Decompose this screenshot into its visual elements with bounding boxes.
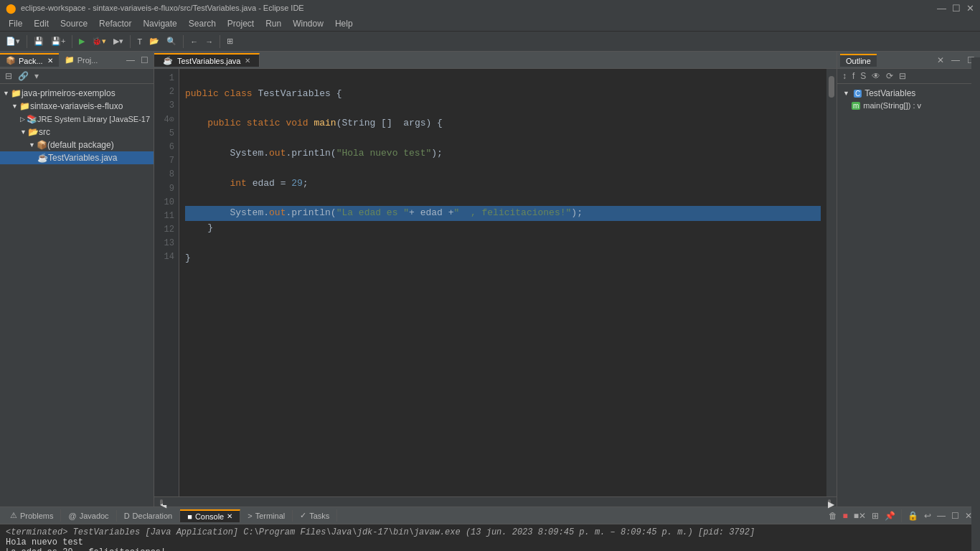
open-resource-button[interactable]: 📂 <box>146 35 162 47</box>
line-num-5: 5 <box>159 127 174 141</box>
close-editor-tab[interactable]: ✕ <box>245 57 250 65</box>
view-menu-button[interactable]: ▾ <box>32 70 41 82</box>
code-line-11: } <box>185 221 821 236</box>
menu-edit[interactable]: Edit <box>28 17 55 30</box>
class-icon: C <box>854 90 862 98</box>
menu-navigate[interactable]: Navigate <box>137 17 182 30</box>
tab-console[interactable]: ■ Console ✕ <box>180 509 240 522</box>
tab-problems[interactable]: ⚠ Problems <box>3 509 61 522</box>
hide-fields-button[interactable]: f <box>850 70 857 82</box>
menu-search[interactable]: Search <box>183 17 222 30</box>
tree-item-testvariables[interactable]: ☕ TestVariables.java <box>0 151 154 164</box>
minimize-bottom-button[interactable]: — <box>935 510 948 522</box>
scroll-lock-button[interactable]: 🔒 <box>905 510 920 522</box>
tree-item-default-package[interactable]: ▼ 📦 (default package) <box>0 138 154 151</box>
console-output: <terminated> TestVariables [Java Applica… <box>0 524 980 551</box>
line-num-10: 10 <box>159 196 174 209</box>
tree-item-src[interactable]: ▼ 📂 src <box>0 126 154 138</box>
minimize-left-button[interactable]: — <box>124 55 137 66</box>
run-config-button[interactable]: ▶▾ <box>110 35 126 47</box>
menu-window[interactable]: Window <box>287 17 329 30</box>
tree-area: ▼ 📁 java-primeiros-exemplos ▼ 📁 sintaxe-… <box>0 84 154 507</box>
hide-nonpublic-button[interactable]: 👁 <box>870 70 882 82</box>
run-button[interactable]: ▶ <box>76 35 88 47</box>
collapse-all-outline-button[interactable]: ⊟ <box>897 70 908 82</box>
left-panel: 📦 Pack... ✕ 📁 Proj... — ☐ ⊟ 🔗 ▾ ▼ 📁 java… <box>0 52 154 507</box>
menu-source[interactable]: Source <box>55 17 93 30</box>
bottom-panel-controls: 🗑 ■ ■✕ ⊞ 📌 🔒 ↩ — ☐ ✕ <box>826 509 978 522</box>
perspective-button[interactable]: ⊞ <box>224 35 236 47</box>
minimize-right-button[interactable]: — <box>949 55 962 66</box>
sync-button[interactable]: ⟳ <box>884 70 895 82</box>
debug-button[interactable]: 🐞▾ <box>89 35 109 47</box>
clear-console-button[interactable]: 🗑 <box>826 510 839 522</box>
tab-package-explorer[interactable]: 📦 Pack... ✕ <box>0 53 59 67</box>
open-console-button[interactable]: ⊞ <box>870 510 881 522</box>
tree-item-java-primeros[interactable]: ▼ 📁 java-primeiros-exemplos <box>0 87 154 100</box>
toolbar: 📄▾ 💾 💾+ ▶ 🐞▾ ▶▾ T 📂 🔍 ← → ⊞ <box>0 32 980 52</box>
close-console-tab[interactable]: ✕ <box>227 512 232 520</box>
expand-icon: ▼ <box>3 90 9 97</box>
editor-tabs: ☕ TestVariables.java ✕ <box>154 52 837 69</box>
tab-tasks[interactable]: ✓ Tasks <box>293 509 337 522</box>
search-button[interactable]: 🔍 <box>164 35 179 47</box>
maximize-left-button[interactable]: ☐ <box>138 55 151 66</box>
right-vscroll[interactable] <box>971 57 980 551</box>
code-line-4: public static void main(String [] args) … <box>185 116 821 131</box>
prev-edit-button[interactable]: ← <box>187 36 201 47</box>
line-num-13: 13 <box>159 237 174 250</box>
project-icon: 📁 <box>65 55 75 65</box>
tree-item-jre[interactable]: ▷ 📚 JRE System Library [JavaSE-17 <box>0 113 154 126</box>
menu-project[interactable]: Project <box>222 17 260 30</box>
editor-bottom-scroll[interactable]: ◀ ▶ <box>154 496 837 507</box>
next-edit-button[interactable]: → <box>202 36 216 47</box>
tab-outline[interactable]: Outline <box>840 54 877 67</box>
maximize-bottom-button[interactable]: ☐ <box>949 510 961 522</box>
code-editor[interactable]: 1 2 3 4⊙ 5 6 7 8 9 10 11 12 13 14 public… <box>154 69 837 496</box>
code-line-6: System.out.println("Hola nuevo test"); <box>185 146 821 161</box>
terminate-remove-button[interactable]: ■✕ <box>852 510 868 522</box>
tasks-icon: ✓ <box>300 511 306 520</box>
menu-run[interactable]: Run <box>260 17 287 30</box>
tab-declaration[interactable]: D Declaration <box>117 510 181 522</box>
code-line-10: System.out.println("La edad es "+ edad +… <box>185 206 821 221</box>
code-content[interactable]: public class TestVariables { public stat… <box>179 69 826 496</box>
code-line-8: int edad = 29; <box>185 176 821 192</box>
editor-tab-testvariables[interactable]: ☕ TestVariables.java ✕ <box>154 53 260 67</box>
pin-console-button[interactable]: 📌 <box>882 510 897 522</box>
right-hscroll-arrow[interactable]: ▶ <box>828 499 831 505</box>
java-file-icon: ☕ <box>163 56 173 65</box>
menu-file[interactable]: File <box>3 17 28 30</box>
collapse-all-button[interactable]: ⊟ <box>3 70 14 82</box>
tab-javadoc[interactable]: @ Javadoc <box>61 510 116 522</box>
close-button[interactable]: ✕ <box>966 3 974 14</box>
new-button[interactable]: 📄▾ <box>3 35 23 47</box>
word-wrap-button[interactable]: ↩ <box>922 510 933 522</box>
tab-terminal[interactable]: > Terminal <box>240 510 293 522</box>
outline-item-main[interactable]: m main(String[]) : v <box>840 100 977 111</box>
expand-icon: ▼ <box>11 103 18 110</box>
save-button[interactable]: 💾 <box>31 35 47 47</box>
save-all-button[interactable]: 💾+ <box>48 35 68 47</box>
outline-item-class[interactable]: ▼ C TestVariables <box>840 87 977 100</box>
minimize-button[interactable]: — <box>937 3 946 14</box>
expand-outline-icon: ▼ <box>843 90 849 97</box>
sort-button[interactable]: ↕ <box>840 70 849 82</box>
close-outline-icon[interactable]: ✕ <box>935 55 946 66</box>
title-bar-controls[interactable]: — ☐ ✕ <box>937 3 974 14</box>
console-icon: ■ <box>187 512 192 521</box>
scrollbar-thumb[interactable] <box>829 76 834 98</box>
menu-refactor[interactable]: Refactor <box>93 17 137 30</box>
tree-item-sintaxe[interactable]: ▼ 📁 sintaxe-variaveis-e-fluxo <box>0 100 154 113</box>
link-with-editor-button[interactable]: 🔗 <box>16 70 31 82</box>
terminate-button[interactable]: ■ <box>841 510 850 522</box>
maximize-button[interactable]: ☐ <box>952 3 961 14</box>
title-text: eclipse-workspace - sintaxe-variaveis-e-… <box>21 4 304 12</box>
close-package-tab[interactable]: ✕ <box>47 57 53 65</box>
editor-scrollbar[interactable] <box>826 69 837 496</box>
tab-project-explorer[interactable]: 📁 Proj... <box>59 54 104 66</box>
menu-help[interactable]: Help <box>329 17 359 30</box>
toolbar-sep-4 <box>183 35 184 48</box>
open-type-button[interactable]: T <box>134 36 145 47</box>
hide-static-button[interactable]: S <box>858 70 868 82</box>
